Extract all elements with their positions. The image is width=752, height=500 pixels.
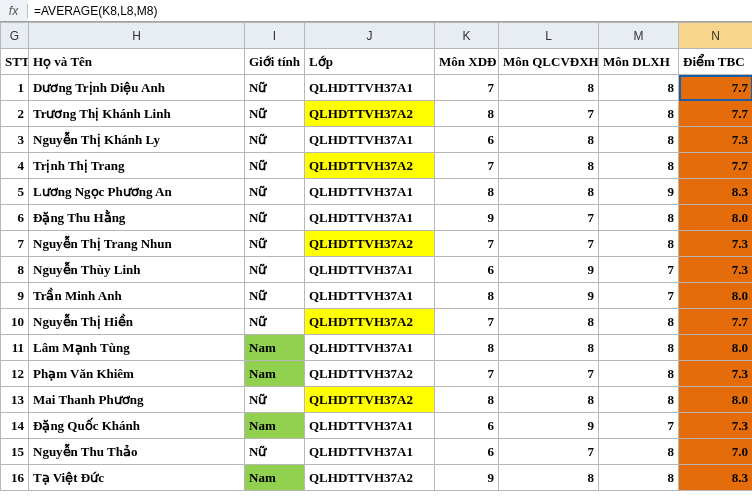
cell-gender[interactable]: Nam [245, 413, 305, 439]
cell-class[interactable]: QLHDTTVH37A1 [305, 439, 435, 465]
cell-stt[interactable]: 15 [1, 439, 29, 465]
spreadsheet-grid[interactable]: GHIJKLMN STT Họ và Tên Giới tính Lớp Môn… [0, 22, 752, 491]
cell-gender[interactable]: Nữ [245, 257, 305, 283]
cell-score2[interactable]: 9 [499, 283, 599, 309]
header-stt[interactable]: STT [1, 49, 29, 75]
cell-name[interactable]: Nguyễn Thị Trang Nhun [29, 231, 245, 257]
cell-class[interactable]: QLHDTTVH37A1 [305, 335, 435, 361]
header-class[interactable]: Lớp [305, 49, 435, 75]
cell-stt[interactable]: 10 [1, 309, 29, 335]
cell-tbc[interactable]: 8.0 [679, 335, 753, 361]
cell-score1[interactable]: 7 [435, 309, 499, 335]
cell-score3[interactable]: 8 [599, 465, 679, 491]
cell-score1[interactable]: 8 [435, 179, 499, 205]
cell-class[interactable]: QLHDTTVH37A2 [305, 231, 435, 257]
cell-class[interactable]: QLHDTTVH37A1 [305, 179, 435, 205]
cell-tbc[interactable]: 7.7 [679, 153, 753, 179]
header-score2[interactable]: Môn QLCVĐXH [499, 49, 599, 75]
cell-name[interactable]: Nguyễn Thị Hiền [29, 309, 245, 335]
cell-tbc[interactable]: 7.7 [679, 309, 753, 335]
cell-tbc[interactable]: 7.7 [679, 101, 753, 127]
cell-gender[interactable]: Nữ [245, 153, 305, 179]
column-header-L[interactable]: L [499, 23, 599, 49]
cell-class[interactable]: QLHDTTVH37A2 [305, 361, 435, 387]
cell-gender[interactable]: Nữ [245, 309, 305, 335]
cell-score2[interactable]: 8 [499, 179, 599, 205]
cell-score2[interactable]: 8 [499, 465, 599, 491]
cell-score1[interactable]: 8 [435, 335, 499, 361]
column-header-K[interactable]: K [435, 23, 499, 49]
cell-score1[interactable]: 9 [435, 465, 499, 491]
cell-score3[interactable]: 9 [599, 179, 679, 205]
cell-score1[interactable]: 7 [435, 153, 499, 179]
cell-stt[interactable]: 4 [1, 153, 29, 179]
cell-tbc[interactable]: 7.3 [679, 127, 753, 153]
cell-class[interactable]: QLHDTTVH37A1 [305, 75, 435, 101]
column-header-J[interactable]: J [305, 23, 435, 49]
cell-score2[interactable]: 8 [499, 75, 599, 101]
column-header-G[interactable]: G [1, 23, 29, 49]
cell-stt[interactable]: 8 [1, 257, 29, 283]
cell-score2[interactable]: 9 [499, 413, 599, 439]
cell-tbc[interactable]: 8.0 [679, 283, 753, 309]
cell-name[interactable]: Tạ Việt Đức [29, 465, 245, 491]
cell-name[interactable]: Lương Ngọc Phương An [29, 179, 245, 205]
cell-name[interactable]: Trần Minh Anh [29, 283, 245, 309]
cell-stt[interactable]: 3 [1, 127, 29, 153]
column-header-I[interactable]: I [245, 23, 305, 49]
cell-name[interactable]: Trịnh Thị Trang [29, 153, 245, 179]
cell-gender[interactable]: Nữ [245, 387, 305, 413]
cell-gender[interactable]: Nữ [245, 231, 305, 257]
cell-gender[interactable]: Nữ [245, 283, 305, 309]
cell-gender[interactable]: Nữ [245, 439, 305, 465]
cell-score1[interactable]: 6 [435, 439, 499, 465]
cell-tbc[interactable]: 8.0 [679, 205, 753, 231]
cell-score2[interactable]: 8 [499, 387, 599, 413]
cell-score2[interactable]: 8 [499, 335, 599, 361]
cell-class[interactable]: QLHDTTVH37A1 [305, 257, 435, 283]
cell-score2[interactable]: 7 [499, 439, 599, 465]
cell-score2[interactable]: 7 [499, 205, 599, 231]
cell-score1[interactable]: 8 [435, 387, 499, 413]
cell-score3[interactable]: 7 [599, 257, 679, 283]
cell-score3[interactable]: 8 [599, 127, 679, 153]
formula-input[interactable]: =AVERAGE(K8,L8,M8) [28, 0, 752, 21]
cell-tbc[interactable]: 7.7 [679, 75, 753, 101]
cell-name[interactable]: Đặng Quốc Khánh [29, 413, 245, 439]
cell-score3[interactable]: 8 [599, 439, 679, 465]
cell-score3[interactable]: 8 [599, 153, 679, 179]
cell-class[interactable]: QLHDTTVH37A2 [305, 309, 435, 335]
header-tbc[interactable]: Điểm TBC [679, 49, 753, 75]
cell-gender[interactable]: Nam [245, 465, 305, 491]
cell-score2[interactable]: 8 [499, 127, 599, 153]
cell-score3[interactable]: 8 [599, 361, 679, 387]
cell-class[interactable]: QLHDTTVH37A2 [305, 101, 435, 127]
cell-name[interactable]: Dương Trịnh Diệu Anh [29, 75, 245, 101]
column-header-N[interactable]: N [679, 23, 753, 49]
header-score3[interactable]: Môn DLXH [599, 49, 679, 75]
cell-stt[interactable]: 11 [1, 335, 29, 361]
cell-stt[interactable]: 6 [1, 205, 29, 231]
cell-score1[interactable]: 7 [435, 75, 499, 101]
cell-name[interactable]: Đặng Thu Hằng [29, 205, 245, 231]
cell-score3[interactable]: 8 [599, 335, 679, 361]
cell-score1[interactable]: 8 [435, 101, 499, 127]
header-score1[interactable]: Môn XDĐ [435, 49, 499, 75]
cell-gender[interactable]: Nam [245, 361, 305, 387]
cell-name[interactable]: Nguyễn Thu Thảo [29, 439, 245, 465]
header-gender[interactable]: Giới tính [245, 49, 305, 75]
cell-score2[interactable]: 8 [499, 309, 599, 335]
cell-stt[interactable]: 14 [1, 413, 29, 439]
cell-name[interactable]: Trương Thị Khánh Linh [29, 101, 245, 127]
cell-stt[interactable]: 9 [1, 283, 29, 309]
cell-score3[interactable]: 8 [599, 75, 679, 101]
cell-score1[interactable]: 7 [435, 231, 499, 257]
cell-name[interactable]: Nguyễn Thị Khánh Ly [29, 127, 245, 153]
cell-stt[interactable]: 12 [1, 361, 29, 387]
cell-tbc[interactable]: 7.3 [679, 413, 753, 439]
cell-stt[interactable]: 5 [1, 179, 29, 205]
cell-score1[interactable]: 6 [435, 413, 499, 439]
header-name[interactable]: Họ và Tên [29, 49, 245, 75]
cell-tbc[interactable]: 8.3 [679, 179, 753, 205]
cell-stt[interactable]: 13 [1, 387, 29, 413]
